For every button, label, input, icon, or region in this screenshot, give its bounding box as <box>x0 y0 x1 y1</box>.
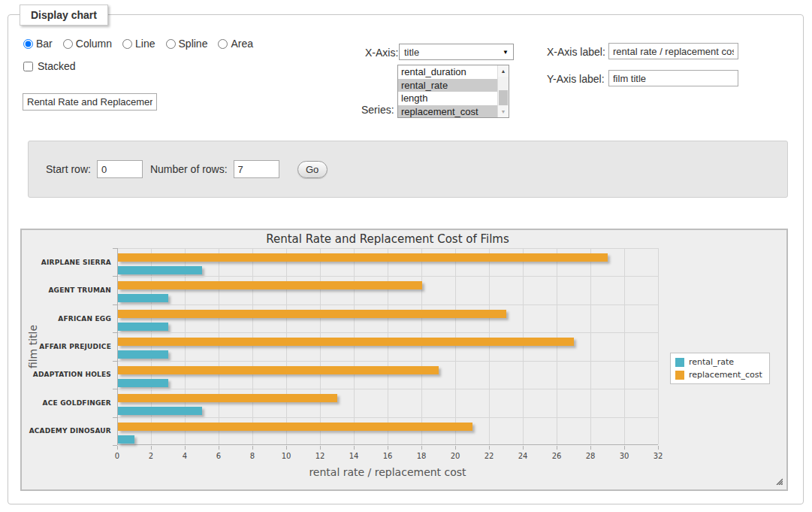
x-axis-tick-label: 20 <box>444 452 466 460</box>
series-option-rental_duration[interactable]: rental_duration <box>398 65 497 79</box>
bar-rental_rate <box>118 350 168 359</box>
series-option-replacement_cost[interactable]: replacement_cost <box>398 105 497 118</box>
bar-rental_rate <box>118 266 202 274</box>
gridline <box>118 389 658 389</box>
chart-x-axis-title: rental rate / replacement cost <box>117 466 658 478</box>
x-axis-tick-label: 2 <box>140 452 162 460</box>
x-axis-tick-label: 24 <box>512 452 534 460</box>
num-rows-input[interactable] <box>234 160 279 178</box>
scrollbar-track[interactable] <box>498 77 509 106</box>
x-axis-tick-label: 28 <box>579 452 602 460</box>
num-rows-label: Number of rows: <box>150 163 228 175</box>
y-axis-tick <box>113 304 117 305</box>
bar-replacement_cost <box>118 338 574 346</box>
category-label: ACADEMY DINOSAUR <box>22 427 111 435</box>
x-axis-tick-label: 26 <box>545 452 568 460</box>
chart-title: Rental Rate and Replacement Cost of Film… <box>117 232 658 246</box>
bar-replacement_cost <box>118 394 337 402</box>
chart-type-radio-bar[interactable] <box>23 39 33 49</box>
resize-grip[interactable] <box>774 477 783 485</box>
start-row-input[interactable] <box>97 160 143 178</box>
chart-legend[interactable]: rental_ratereplacement_cost <box>670 353 770 384</box>
x-axis-tick-label: 22 <box>478 452 500 460</box>
chart-type-radio-group: BarColumnLineSplineArea <box>23 38 253 50</box>
x-axis-tick <box>590 446 591 450</box>
chart-type-area[interactable]: Area <box>218 38 253 50</box>
x-axis-label-field-label: X-Axis label: <box>547 46 605 58</box>
category-label: AIRPLANE SIERRA <box>22 259 111 266</box>
x-axis-tick <box>388 446 388 450</box>
series-listbox-options: rental_durationrental_ratelengthreplacem… <box>398 65 497 117</box>
x-axis-tick <box>151 446 152 450</box>
chevron-down-icon: ▼ <box>503 49 509 56</box>
chart-type-bar[interactable]: Bar <box>23 38 53 50</box>
chart-type-radio-label: Line <box>135 38 155 50</box>
x-axis-tick <box>523 446 524 450</box>
stacked-checkbox-row[interactable]: Stacked <box>23 60 76 72</box>
legend-item-rental_rate[interactable]: rental_rate <box>675 357 762 367</box>
bar-replacement_cost <box>118 423 472 431</box>
x-axis-tick <box>455 446 456 450</box>
x-axis-tick-label: 14 <box>343 452 365 460</box>
gridline <box>118 417 658 418</box>
gridline <box>118 276 658 277</box>
go-button[interactable]: Go <box>297 161 328 178</box>
chart-type-line[interactable]: Line <box>122 38 155 50</box>
bar-rental_rate <box>118 294 168 302</box>
gridline <box>388 248 388 444</box>
x-axis-tick-label: 0 <box>106 452 128 460</box>
y-axis-tick <box>113 445 117 446</box>
x-axis-tick <box>117 446 118 450</box>
series-option-rental_rate[interactable]: rental_rate <box>398 79 497 92</box>
x-axis-tick-label: 4 <box>174 452 196 460</box>
x-axis-tick <box>185 446 186 450</box>
gridline <box>219 248 219 444</box>
x-axis-select[interactable]: title ▼ <box>399 44 514 60</box>
chart-title-input[interactable] <box>23 93 157 111</box>
scrollbar-up-icon[interactable]: ▲ <box>498 65 509 77</box>
scrollbar-thumb[interactable] <box>499 90 508 105</box>
x-axis-tick-label: 12 <box>309 452 331 460</box>
bar-rental_rate <box>118 435 134 444</box>
x-axis-tick <box>557 446 557 450</box>
bar-rental_rate <box>118 407 202 415</box>
x-axis-label-input[interactable] <box>608 43 738 59</box>
x-axis-tick-label: 18 <box>410 452 433 460</box>
chart-type-column[interactable]: Column <box>63 38 112 50</box>
bar-rental_rate <box>118 379 168 387</box>
gridline <box>118 304 658 305</box>
chart-type-radio-spline[interactable] <box>166 39 176 49</box>
chart-type-radio-label: Column <box>76 38 112 50</box>
x-axis-tick-label: 8 <box>241 452 264 460</box>
gridline <box>118 248 658 249</box>
gridline <box>455 248 456 444</box>
gridline <box>557 248 557 444</box>
legend-swatch-icon <box>675 358 684 367</box>
gridline <box>489 248 490 444</box>
series-listbox[interactable]: rental_durationrental_ratelengthreplacem… <box>397 65 509 118</box>
x-axis-tick-label: 10 <box>275 452 297 460</box>
x-axis-tick-label: 16 <box>376 452 399 460</box>
chart-type-radio-area[interactable] <box>218 39 228 49</box>
x-axis-tick <box>252 446 253 450</box>
stacked-label: Stacked <box>38 60 76 72</box>
x-axis-selected-value: title <box>404 47 419 58</box>
chart-type-spline[interactable]: Spline <box>166 38 208 50</box>
scrollbar-down-icon[interactable]: ▼ <box>498 106 509 117</box>
y-axis-label-input[interactable] <box>608 70 738 86</box>
x-axis-tick <box>624 446 625 450</box>
category-label: AGENT TRUMAN <box>22 286 111 294</box>
gridline <box>590 248 591 444</box>
stacked-checkbox[interactable] <box>23 62 33 71</box>
y-axis-label-field-label: Y-Axis label: <box>547 73 605 85</box>
x-axis-tick <box>320 446 321 450</box>
series-listbox-scrollbar[interactable]: ▲ ▼ <box>497 65 509 117</box>
y-axis-tick <box>113 361 117 362</box>
y-axis-tick <box>113 417 117 418</box>
y-axis-tick <box>113 248 117 249</box>
chart-type-radio-column[interactable] <box>63 39 73 49</box>
row-controls-panel: Start row: Number of rows: Go <box>28 141 788 198</box>
chart-type-radio-line[interactable] <box>122 39 132 49</box>
series-option-length[interactable]: length <box>398 92 497 105</box>
legend-item-replacement_cost[interactable]: replacement_cost <box>675 370 762 380</box>
